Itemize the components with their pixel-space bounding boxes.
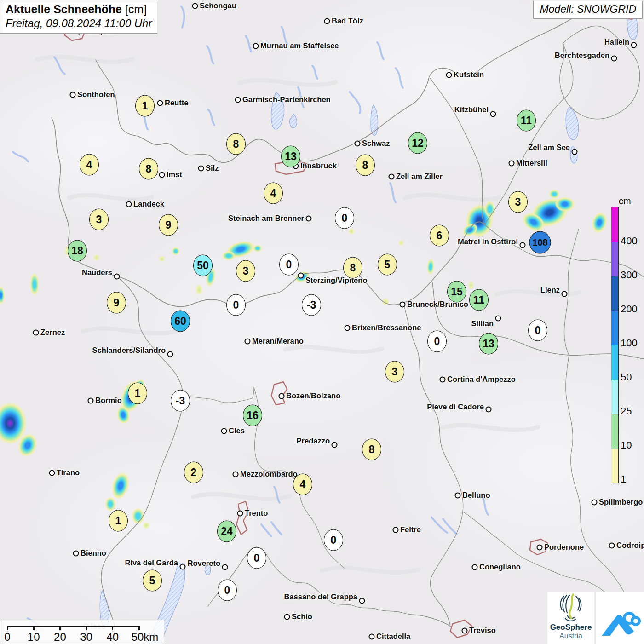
snow-patch — [519, 209, 548, 235]
city-label: Kitzbühel — [454, 105, 489, 114]
city-label: Landeck — [133, 200, 164, 208]
station-snow-depth-value: 0 — [335, 207, 354, 229]
station-snow-depth-value: 9 — [107, 292, 126, 314]
station-snow-depth-value: 0 — [218, 580, 237, 601]
river-path — [54, 57, 65, 74]
city-label: Mezzolombardo — [240, 470, 298, 478]
snow-patch — [590, 211, 610, 235]
city-label: Cortina d'Ampezzo — [447, 375, 516, 384]
city-label: Tirano — [57, 468, 80, 477]
legend-color-segment — [611, 310, 618, 345]
geosphere-logo: GeoSphere Austria — [547, 592, 594, 644]
border-path — [560, 26, 640, 119]
model-label: Modell: SNOWGRID — [533, 1, 643, 19]
lake-path — [205, 562, 211, 575]
city-label: Codroipo — [616, 541, 644, 550]
legend-tick-label: 100 — [621, 337, 638, 349]
avalanche-service-logo — [596, 592, 644, 644]
legend-tick-label: 1 — [621, 473, 626, 485]
border-path — [183, 387, 254, 402]
river-path — [282, 27, 288, 44]
city-marker-icon — [73, 551, 79, 557]
legend-color-segment — [611, 380, 618, 414]
city-marker-icon — [332, 442, 338, 448]
border-path — [138, 1, 603, 162]
city-label: Zell am See — [528, 143, 570, 152]
geosphere-logo-subtext: Austria — [547, 632, 594, 640]
city-marker-icon — [298, 273, 304, 279]
station-snow-depth-value: 0 — [324, 529, 343, 551]
border-path — [484, 224, 644, 277]
snow-patch — [143, 522, 150, 529]
scale-bar-line — [7, 626, 138, 627]
snow-patch — [115, 405, 132, 425]
legend-color-segment — [611, 414, 618, 448]
city-marker-icon — [520, 242, 526, 248]
city-marker-icon — [537, 545, 543, 551]
station-snow-depth-value: 8 — [139, 158, 158, 180]
city-label: Riva del Garda — [125, 558, 178, 567]
city-label: Schlanders/Silandro — [92, 346, 166, 355]
city-label: Sterzing/Vipiteno — [305, 276, 367, 285]
snow-patch — [204, 266, 217, 288]
relief-shading — [37, 57, 580, 572]
city-label: Kufstein — [454, 70, 484, 79]
city-marker-icon — [462, 628, 468, 634]
snow-depth-map: KemptenSchongauBad TölzMurnau am Staffel… — [0, 0, 644, 644]
city-label: Innsbruck — [300, 161, 337, 170]
city-marker-icon — [293, 163, 299, 169]
lake-path — [371, 105, 378, 135]
river-path — [396, 68, 403, 88]
city-label: Imst — [167, 170, 182, 179]
legend-tick-label: 400 — [621, 235, 638, 247]
city-marker-icon — [324, 18, 330, 24]
station-snow-depth-value: 0 — [427, 331, 447, 352]
scale-label: 50km — [132, 631, 159, 644]
station-snow-depth-value: 24 — [217, 521, 236, 542]
city-label: Bozen/Bolzano — [286, 391, 340, 400]
station-snow-depth-value: 1 — [109, 510, 128, 532]
river-path — [312, 66, 317, 79]
river-path — [181, 6, 184, 28]
city-label: Conegliano — [479, 563, 521, 571]
lakes — [100, 6, 638, 644]
snow-patch — [64, 244, 74, 257]
river-path — [482, 497, 488, 515]
city-label: Murnau am Staffelsee — [260, 41, 339, 50]
border-path — [52, 118, 116, 276]
city-marker-icon — [198, 166, 204, 172]
city-label: Bienno — [80, 549, 106, 558]
snow-patch — [30, 273, 39, 296]
snow-patch — [463, 202, 496, 239]
station-snow-depth-value: 60 — [171, 310, 190, 332]
city-marker-icon — [495, 316, 501, 322]
city-marker-icon — [472, 564, 478, 570]
station-snow-depth-value: 11 — [517, 110, 536, 132]
city-marker-icon — [490, 111, 496, 117]
legend-color-segment — [611, 207, 618, 242]
legend-color-segment — [611, 448, 618, 483]
station-snow-depth-value: 2 — [184, 462, 203, 483]
station-snow-depth-value: 15 — [447, 281, 466, 303]
city-marker-icon — [446, 72, 452, 78]
station-snow-depth-value: 5 — [143, 570, 162, 592]
city-marker-icon — [253, 43, 259, 49]
border-path — [208, 547, 451, 627]
city-label: Lienz — [540, 286, 560, 294]
snow-patch — [136, 379, 145, 390]
station-snow-depth-value: 3 — [508, 191, 528, 213]
station-snow-depth-value: 3 — [89, 209, 109, 230]
city-label: Berchtesgaden — [555, 51, 610, 60]
title-box: Aktuelle Schneehöhe [cm] Freitag, 09.08.… — [0, 0, 157, 34]
snow-patch — [460, 221, 480, 239]
station-snow-depth-value: 0 — [226, 294, 246, 316]
city-marker-icon — [114, 274, 120, 280]
border-path — [564, 229, 579, 355]
redb-path — [271, 382, 287, 405]
snow-patch — [172, 247, 180, 255]
scale-label: 20 — [54, 631, 66, 644]
lake-path — [566, 107, 579, 140]
river-path — [13, 152, 28, 161]
scale-tick — [86, 626, 87, 630]
station-snow-depth-value: 4 — [80, 154, 99, 176]
